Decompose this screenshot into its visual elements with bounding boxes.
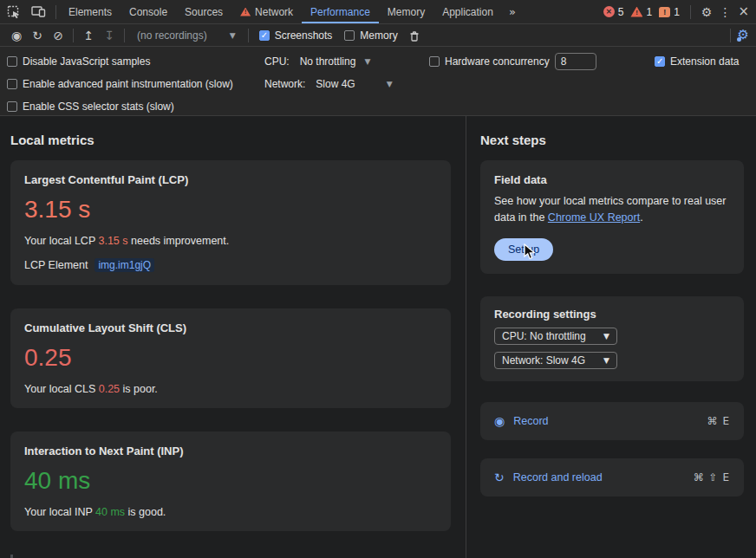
record-button[interactable]: ◉ (7, 27, 26, 44)
divider (124, 29, 125, 42)
css-selector-stats-checkbox[interactable]: Enable CSS selector stats (slow) (7, 98, 174, 115)
screenshots-label: Screenshots (275, 29, 333, 42)
landing-page: Local metrics Largest Contentful Paint (… (0, 116, 756, 558)
set-up-button[interactable]: Set up (494, 238, 553, 261)
lcp-card: Largest Contentful Paint (LCP) 3.15 s Yo… (10, 160, 451, 285)
field-data-title: Field data (494, 173, 730, 186)
disable-js-samples-checkbox[interactable]: Disable JavaScript samples (7, 53, 150, 70)
extension-data-label: Extension data (670, 55, 739, 68)
network-value: Slow 4G (316, 78, 355, 90)
recording-network-select[interactable]: Network: Slow 4G ▼ (494, 352, 617, 369)
memory-checkbox[interactable]: Memory (339, 29, 402, 42)
crux-report-link[interactable]: Chrome UX Report (548, 211, 640, 224)
inp-card-title: Interaction to Next Paint (INP) (24, 444, 437, 457)
cls-desc-value: 0.25 (99, 383, 120, 395)
kebab-menu-icon[interactable]: ⋮ (719, 6, 731, 18)
warning-icon: ! (630, 7, 642, 17)
record-label: Record (513, 415, 548, 427)
field-data-text: See how your local metrics compare to re… (494, 193, 730, 226)
lcp-desc-value: 3.15 s (98, 235, 127, 247)
recordings-dropdown[interactable]: (no recordings) ▼ (130, 29, 243, 42)
cpu-label: CPU: (264, 55, 290, 68)
css-selector-stats-label: Enable CSS selector stats (slow) (23, 101, 174, 113)
disable-js-samples-label: Disable JavaScript samples (23, 55, 150, 68)
clear-button[interactable]: ⊘ (49, 27, 68, 44)
next-steps-pane: Next steps Field data See how your local… (466, 116, 756, 558)
network-label: Network: (264, 78, 305, 90)
inp-desc-suffix: is good. (125, 506, 166, 518)
network-warning-icon: ! (240, 8, 251, 16)
record-and-reload-shortcut: ⌘ ⇧ E (694, 471, 730, 483)
devtools-performance-panel: { "colors": { "accent_blue": "#7cacf8", … (0, 0, 756, 558)
record-and-reload-row[interactable]: ↻ Record and reload ⌘ ⇧ E (480, 458, 744, 496)
close-devtools-icon[interactable]: × (738, 5, 749, 18)
tab-application[interactable]: Application (433, 0, 502, 23)
tab-memory[interactable]: Memory (379, 0, 433, 23)
record-icon: ◉ (494, 415, 505, 427)
divider (690, 5, 691, 19)
chevron-down-icon: ▼ (364, 57, 370, 66)
cls-description: Your local CLS 0.25 is poor. (24, 383, 437, 395)
record-row[interactable]: ◉ Record ⌘ E (480, 402, 744, 440)
warning-count: 1 (646, 6, 652, 18)
cls-desc-suffix: is poor. (120, 383, 158, 395)
recording-cpu-value: CPU: No throttling (502, 330, 586, 342)
recording-settings-card: Recording settings CPU: No throttling ▼ … (480, 296, 744, 381)
issue-icon: ! (659, 7, 670, 17)
tab-label: Application (442, 6, 493, 18)
recording-settings-title: Recording settings (494, 308, 730, 321)
recording-cpu-select[interactable]: CPU: No throttling ▼ (494, 328, 617, 345)
divider (73, 29, 74, 42)
inspect-element-icon[interactable] (5, 3, 23, 21)
tab-performance[interactable]: Performance (302, 0, 379, 23)
tab-sources[interactable]: Sources (176, 0, 231, 23)
advanced-paint-checkbox[interactable]: Enable advanced paint instrumentation (s… (7, 75, 233, 93)
lcp-element-label: LCP Element (24, 259, 88, 271)
chevron-down-icon: ▼ (387, 80, 393, 88)
hardware-concurrency-input[interactable] (555, 53, 596, 70)
network-throttling-select[interactable]: Network: Slow 4G ▼ (264, 75, 393, 93)
save-profile-icon[interactable]: ↧ (100, 27, 119, 44)
load-profile-icon[interactable]: ↥ (79, 27, 98, 44)
checkbox-unchecked-icon (344, 30, 355, 41)
lcp-value: 3.15 s (24, 196, 437, 224)
tab-label: Elements (68, 6, 112, 18)
checkbox-unchecked-icon (7, 101, 17, 112)
lcp-element-link[interactable]: img.im1gjQ (94, 258, 154, 272)
recordings-placeholder: (no recordings) (137, 29, 207, 42)
settings-gear-icon[interactable]: ⚙ (701, 6, 713, 18)
lcp-element-row: LCP Element img.im1gjQ (24, 258, 437, 272)
lcp-description: Your local LCP 3.15 s needs improvement. (24, 235, 437, 247)
cls-desc-prefix: Your local CLS (24, 383, 99, 395)
capture-settings-pane: Disable JavaScript samples Enable advanc… (0, 47, 756, 116)
record-and-reload-button[interactable]: ↻ (28, 27, 47, 44)
lcp-desc-suffix: needs improvement. (128, 235, 230, 247)
tab-elements[interactable]: Elements (60, 0, 121, 23)
tab-console[interactable]: Console (121, 0, 176, 23)
local-metrics-pane: Local metrics Largest Contentful Paint (… (0, 116, 466, 558)
extension-data-checkbox[interactable]: Extension data (655, 53, 739, 70)
more-tabs-icon[interactable]: » (502, 0, 523, 23)
tab-label: Memory (388, 6, 425, 18)
hardware-concurrency-checkbox[interactable]: Hardware concurrency (429, 53, 596, 70)
device-toolbar-icon[interactable] (29, 3, 47, 21)
local-metrics-footnote: The local metrics are captured from the … (10, 555, 451, 558)
issues-badge[interactable]: ! 1 (659, 6, 680, 18)
checkbox-checked-icon (655, 56, 665, 67)
divider (55, 5, 56, 19)
record-shortcut: ⌘ E (707, 415, 730, 427)
collect-garbage-icon[interactable] (405, 27, 424, 44)
tab-network[interactable]: ! Network (231, 0, 302, 23)
performance-toolbar: ◉ ↻ ⊘ ↥ ↧ (no recordings) ▼ Screenshots … (0, 24, 756, 47)
console-warnings-badge[interactable]: ! 1 (630, 6, 652, 18)
record-reload-icon: ↻ (494, 471, 505, 483)
screenshots-checkbox[interactable]: Screenshots (254, 29, 338, 42)
lcp-desc-prefix: Your local LCP (24, 235, 98, 247)
capture-settings-gear-icon[interactable]: ⚙ (738, 29, 749, 42)
cpu-value: No throttling (300, 55, 356, 68)
inp-description: Your local INP 40 ms is good. (24, 506, 437, 518)
field-data-card: Field data See how your local metrics co… (480, 160, 744, 274)
cpu-throttling-select[interactable]: CPU: No throttling ▼ (264, 53, 370, 70)
console-errors-badge[interactable]: × 5 (603, 6, 624, 18)
cls-card: Cumulative Layout Shift (CLS) 0.25 Your … (10, 308, 451, 408)
